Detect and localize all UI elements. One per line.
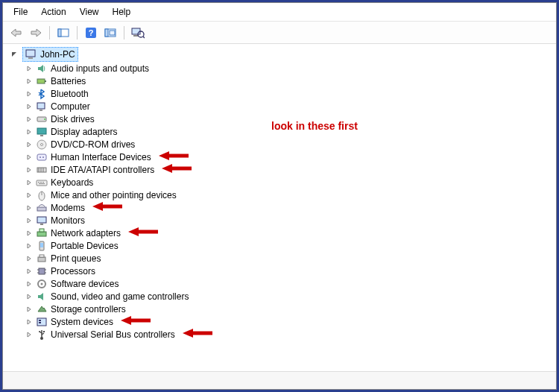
tree-row[interactable]: Batteries (25, 75, 549, 87)
computer-icon (36, 101, 48, 113)
show-hidden-button[interactable] (54, 25, 72, 41)
menu-action[interactable]: Action (35, 5, 72, 19)
tree-row[interactable]: Mice and other pointing devices (25, 189, 549, 201)
tree-root[interactable]: John-PC (22, 47, 78, 62)
help-button[interactable]: ? (82, 25, 100, 41)
svg-rect-52 (38, 257, 45, 262)
expander-icon[interactable] (10, 51, 18, 58)
svg-point-18 (44, 118, 45, 120)
update-driver-button[interactable] (129, 25, 147, 41)
tree-row[interactable]: Display adapters (25, 125, 549, 138)
svg-marker-43 (92, 202, 103, 211)
expander-icon[interactable] (25, 306, 33, 313)
expander-icon[interactable] (25, 230, 33, 237)
ide-icon (36, 164, 48, 176)
expander-icon[interactable] (25, 128, 33, 136)
expander-icon[interactable] (25, 192, 33, 199)
sound-icon (36, 291, 48, 303)
category-label: Keyboards (51, 177, 93, 188)
menu-help[interactable]: Help (107, 5, 137, 19)
expander-icon[interactable] (25, 268, 33, 275)
menu-file[interactable]: File (7, 5, 34, 19)
toolbar-separator (49, 26, 50, 39)
category-label: Computer (51, 101, 90, 112)
expander-icon[interactable] (25, 90, 33, 98)
expander-icon[interactable] (25, 217, 33, 224)
menu-view[interactable]: View (74, 5, 105, 19)
category-label: DVD/CD-ROM drives (51, 139, 135, 150)
toolbar-separator (124, 26, 124, 39)
hid-icon (36, 151, 48, 163)
tree-row[interactable]: Keyboards (25, 176, 549, 189)
expander-icon[interactable] (25, 141, 33, 148)
category-label: Storage controllers (51, 304, 126, 314)
tree-row[interactable]: Storage controllers (25, 303, 549, 315)
computer-icon (25, 48, 37, 60)
tree-row[interactable]: Software devices (25, 277, 549, 290)
svg-point-24 (40, 157, 41, 158)
expander-icon[interactable] (25, 293, 33, 300)
category-label: Bluetooth (51, 89, 89, 99)
svg-marker-33 (162, 164, 172, 173)
svg-rect-14 (45, 80, 46, 82)
expander-icon[interactable] (25, 65, 33, 72)
tree-row[interactable]: Human Interface Devices (25, 151, 549, 163)
tree-row[interactable]: IDE ATA/ATAPI controllers (25, 163, 549, 176)
svg-rect-19 (37, 128, 46, 134)
tree-row[interactable]: Disk drives (25, 113, 549, 125)
tree-row[interactable]: Bluetooth (25, 87, 549, 100)
expander-icon[interactable] (25, 242, 33, 250)
expander-icon[interactable] (25, 280, 33, 288)
printer-icon (36, 253, 48, 265)
status-bar (3, 371, 556, 389)
mouse-icon (36, 189, 48, 201)
svg-rect-46 (37, 232, 46, 236)
forward-button[interactable] (27, 25, 45, 41)
bluetooth-icon (36, 88, 48, 100)
expander-icon[interactable] (25, 204, 33, 212)
tree-row[interactable]: Universal Serial Bus controllers (25, 328, 549, 341)
portable-icon (36, 240, 48, 252)
svg-rect-6 (110, 31, 115, 35)
tree-row[interactable]: Sound, video and game controllers (25, 290, 549, 303)
tree-row[interactable]: DVD/CD-ROM drives (25, 138, 549, 151)
svg-rect-61 (37, 318, 46, 326)
expander-icon[interactable] (25, 154, 33, 161)
expander-icon[interactable] (25, 331, 33, 338)
cpu-icon (36, 265, 48, 277)
category-label: Disk drives (51, 114, 95, 124)
software-icon (36, 278, 48, 290)
svg-point-68 (39, 331, 40, 332)
tree-row[interactable]: Print queues (25, 252, 549, 265)
expander-icon[interactable] (25, 179, 33, 186)
svg-rect-41 (37, 207, 46, 211)
device-tree[interactable]: John-PC Audio inputs and outputsBatterie… (3, 44, 556, 371)
svg-line-10 (143, 37, 145, 38)
scan-button[interactable] (101, 25, 119, 41)
category-label: Monitors (51, 215, 85, 226)
back-button[interactable] (7, 25, 25, 41)
tree-row[interactable]: Monitors (25, 214, 549, 227)
expander-icon[interactable] (25, 318, 33, 326)
storage-icon (36, 303, 48, 315)
expander-icon[interactable] (25, 78, 33, 85)
expander-icon[interactable] (25, 116, 33, 123)
svg-rect-54 (39, 268, 45, 274)
modem-icon (36, 202, 48, 214)
expander-icon[interactable] (25, 166, 33, 174)
tree-row[interactable]: Audio inputs and outputs (25, 62, 549, 75)
svg-rect-47 (40, 229, 44, 232)
tree-row[interactable]: Network adapters (25, 227, 549, 239)
tree-row[interactable]: Processors (25, 265, 549, 277)
dvd-icon (36, 139, 48, 151)
tree-row[interactable]: Portable Devices (25, 239, 549, 252)
expander-icon[interactable] (25, 103, 33, 110)
network-icon (36, 227, 48, 239)
tree-row[interactable]: Modems (25, 201, 549, 214)
tree-row[interactable]: Computer (25, 100, 549, 113)
monitor-icon (36, 215, 48, 227)
category-label: Mice and other pointing devices (51, 190, 177, 200)
expander-icon[interactable] (25, 255, 33, 262)
tree-row[interactable]: System devices (25, 315, 549, 328)
svg-rect-44 (37, 217, 46, 223)
